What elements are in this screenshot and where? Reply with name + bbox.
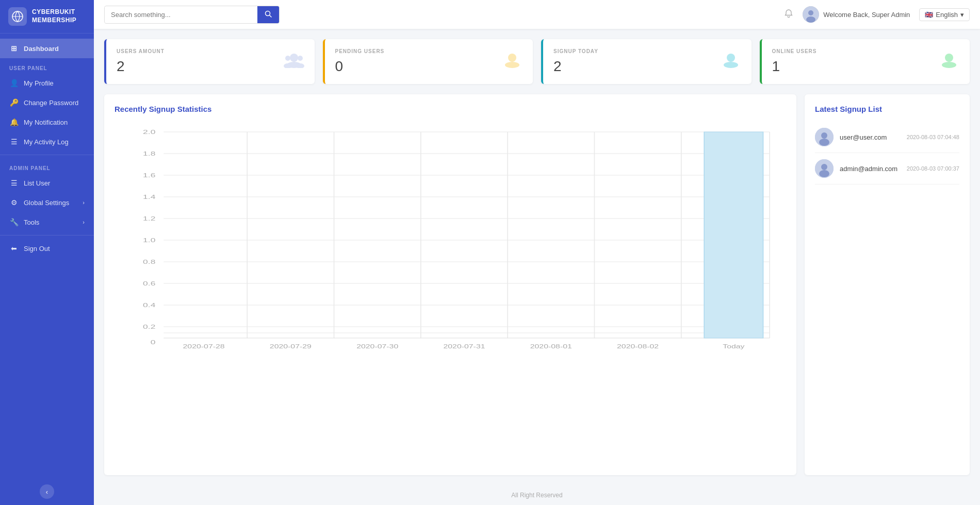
svg-point-57 (819, 139, 829, 146)
sidebar-section-user-panel: USER PANEL (0, 58, 94, 73)
sidebar-item-my-profile[interactable]: 👤 My Profile (0, 73, 94, 93)
search-button[interactable] (257, 6, 279, 23)
signup-avatar-0 (815, 128, 834, 146)
sidebar-label-change-password: Change Password (24, 99, 78, 107)
svg-text:0.8: 0.8 (143, 259, 155, 265)
svg-point-15 (942, 62, 956, 68)
signup-avatar-1 (815, 159, 834, 178)
list-user-icon: ☰ (9, 179, 19, 187)
svg-text:1.6: 1.6 (143, 172, 155, 178)
svg-text:0: 0 (151, 339, 156, 345)
svg-point-12 (508, 54, 516, 62)
svg-point-13 (724, 62, 738, 68)
signup-panel-title: Latest Signup List (815, 105, 959, 113)
signup-email-1: admin@admin.com (840, 165, 897, 173)
chart-panel: Recently Signup Statistics (104, 94, 796, 475)
sidebar-nav: ⊞ Dashboard USER PANEL 👤 My Profile 🔑 Ch… (0, 33, 94, 478)
users-amount-icon (284, 52, 304, 72)
sidebar-item-tools[interactable]: 🔧 Tools › (0, 212, 94, 232)
search-wrapper (104, 6, 280, 24)
svg-point-59 (821, 164, 827, 170)
topbar-right: Welcome Back, Super Admin 🇬🇧 English ▾ (784, 6, 970, 23)
notification-icon: 🔔 (9, 118, 19, 126)
stat-label-online-users: ONLINE USERS (772, 48, 817, 54)
svg-text:2.0: 2.0 (143, 129, 155, 135)
activity-log-icon: ☰ (9, 138, 19, 146)
sidebar-label-my-activity-log: My Activity Log (24, 138, 69, 146)
pending-users-icon (502, 52, 522, 72)
lang-dropdown-icon: ▾ (960, 11, 964, 19)
stat-label-signup-today: SIGNUP TODAY (553, 48, 598, 54)
stat-card-pending-users: PENDING USERS 0 (323, 39, 533, 84)
sidebar-label-my-profile: My Profile (24, 79, 54, 87)
svg-point-10 (298, 56, 303, 61)
chart-area: 2.0 1.8 1.6 1.4 1.2 1.0 0.8 0.6 0.4 0.2 … (115, 122, 786, 359)
main-area: Welcome Back, Super Admin 🇬🇧 English ▾ U… (94, 0, 980, 505)
sidebar-label-sign-out: Sign Out (24, 245, 50, 252)
sidebar-item-global-settings[interactable]: ⚙ Global Settings › (0, 193, 94, 212)
sidebar-label-list-user: List User (24, 179, 50, 187)
bell-icon[interactable] (784, 9, 793, 21)
lang-selector[interactable]: 🇬🇧 English ▾ (919, 8, 970, 21)
svg-point-56 (821, 132, 827, 139)
bar-chart: 2.0 1.8 1.6 1.4 1.2 1.0 0.8 0.6 0.4 0.2 … (115, 122, 786, 359)
stat-cards: USERS AMOUNT 2 (104, 39, 970, 84)
logo-icon (8, 7, 27, 26)
footer: All Right Reserved (94, 485, 980, 505)
welcome-text: Welcome Back, Super Admin (823, 11, 910, 19)
stat-value-signup-today: 2 (553, 58, 598, 75)
signup-email-0: user@user.com (840, 133, 887, 141)
sidebar-item-list-user[interactable]: ☰ List User (0, 173, 94, 193)
sidebar-item-my-activity-log[interactable]: ☰ My Activity Log (0, 132, 94, 152)
svg-point-16 (945, 54, 953, 62)
sidebar-label-tools: Tools (24, 218, 39, 226)
flag-icon: 🇬🇧 (925, 11, 933, 19)
svg-point-3 (808, 10, 813, 15)
stat-label-users-amount: USERS AMOUNT (117, 48, 165, 54)
svg-text:1.8: 1.8 (143, 150, 155, 157)
sidebar-label-my-notification: My Notification (24, 119, 68, 126)
search-input[interactable] (105, 7, 257, 23)
topbar: Welcome Back, Super Admin 🇬🇧 English ▾ (94, 0, 980, 29)
tools-icon: 🔧 (9, 218, 19, 226)
stat-value-online-users: 1 (772, 58, 817, 75)
bottom-row: Recently Signup Statistics (104, 94, 970, 475)
stat-value-pending-users: 0 (335, 58, 385, 75)
svg-text:2020-07-28: 2020-07-28 (183, 344, 225, 349)
stat-card-online-users: ONLINE USERS 1 (760, 39, 970, 84)
chart-title: Recently Signup Statistics (115, 105, 786, 113)
svg-text:0.4: 0.4 (143, 302, 155, 308)
svg-text:2020-08-01: 2020-08-01 (530, 344, 572, 349)
svg-text:1.2: 1.2 (143, 215, 155, 222)
svg-text:2020-07-31: 2020-07-31 (443, 344, 485, 349)
svg-text:0.2: 0.2 (143, 324, 155, 330)
svg-point-4 (806, 16, 815, 23)
change-password-icon: 🔑 (9, 98, 19, 107)
signup-item-0: user@user.com 2020-08-03 07:04:48 (815, 122, 959, 153)
stat-card-users-amount: USERS AMOUNT 2 (104, 39, 315, 84)
sidebar-item-my-notification[interactable]: 🔔 My Notification (0, 112, 94, 132)
content: USERS AMOUNT 2 (94, 29, 980, 485)
footer-text: All Right Reserved (511, 492, 562, 499)
search-icon (265, 10, 272, 18)
svg-text:1.4: 1.4 (143, 194, 155, 200)
global-settings-icon: ⚙ (9, 198, 19, 207)
logo-text: CYBERBUKIT MEMBERSHIP (32, 8, 76, 24)
svg-text:2020-07-30: 2020-07-30 (356, 344, 398, 349)
sidebar-collapse-section: ‹ (0, 478, 94, 505)
svg-point-14 (727, 54, 735, 62)
sidebar-section-admin-panel: ADMIN PANEL (0, 158, 94, 173)
lang-label: English (936, 11, 958, 19)
sidebar-item-change-password[interactable]: 🔑 Change Password (0, 93, 94, 112)
user-avatar (803, 6, 819, 23)
my-profile-icon: 👤 (9, 79, 19, 87)
sidebar-collapse-button[interactable]: ‹ (40, 484, 54, 499)
online-users-icon (939, 52, 959, 72)
sidebar-item-sign-out[interactable]: ⬅ Sign Out (0, 239, 94, 258)
stat-value-users-amount: 2 (117, 58, 165, 75)
user-info: Welcome Back, Super Admin (803, 6, 910, 23)
svg-point-8 (285, 56, 290, 61)
stat-label-pending-users: PENDING USERS (335, 48, 385, 54)
svg-text:Today: Today (723, 344, 745, 349)
sidebar-item-dashboard[interactable]: ⊞ Dashboard (0, 39, 94, 58)
